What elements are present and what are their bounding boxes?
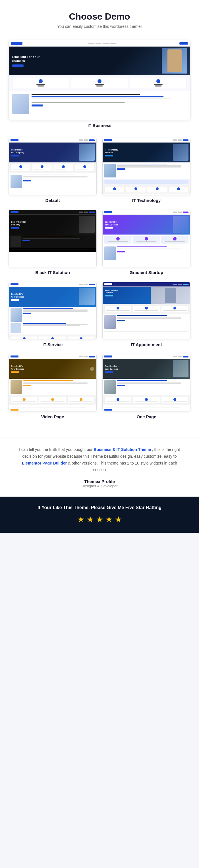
- about-section: [9, 91, 190, 117]
- logo-icon: [10, 139, 19, 141]
- about-image: [12, 94, 29, 114]
- demos-section: Excellent For YourSuccess: [0, 34, 199, 438]
- demo-card-it-business[interactable]: Excellent For YourSuccess: [8, 40, 191, 120]
- demo-label-gradient: Gradient Startup: [102, 270, 191, 276]
- service-card-1: [104, 397, 132, 403]
- theme-link[interactable]: Business & IT Solution Theme: [93, 447, 151, 452]
- nav-cta-button: [183, 212, 189, 213]
- nav-right: [173, 212, 189, 213]
- service-desc: [96, 86, 103, 87]
- hero-section: Excellent ForYour Success: [9, 287, 96, 307]
- demo-item-it-service: Excellent ForYour Success: [8, 282, 97, 348]
- demo-label-it-appointment: IT Appointment: [102, 342, 191, 348]
- demo-item-black-it: Best IT SolutionCompany: [8, 210, 97, 276]
- demo-label-black-it: Black IT Solution: [8, 270, 97, 276]
- about-cta-button: [117, 168, 125, 170]
- nav-links: [25, 43, 179, 44]
- demo-card-it-service[interactable]: Excellent ForYour Success: [8, 282, 97, 339]
- nav-cta-button: [89, 212, 95, 213]
- demos-row-1: IT SolutionsFor Company.: [8, 138, 191, 204]
- hero-heading: Excellent ForYour Success: [105, 221, 118, 226]
- service-icon: [23, 337, 26, 339]
- demo-label-it-service: IT Service: [8, 342, 97, 348]
- services-row: [103, 304, 190, 314]
- nav-cta-button: [183, 140, 189, 141]
- hero-image: [79, 288, 95, 305]
- about-image: [104, 380, 116, 394]
- demo-card-gradient[interactable]: Excellent ForYour Success: [102, 210, 191, 267]
- author-info: Themex Profile Designer & Developer: [17, 479, 182, 488]
- service-card-2: [133, 397, 160, 403]
- hero-image: [173, 360, 189, 377]
- hero-text: Excellent For YourSuccess: [12, 55, 39, 67]
- nav-cta-button: [89, 284, 95, 285]
- featured-demo: Excellent For YourSuccess: [8, 40, 191, 129]
- hero-image: [79, 216, 95, 233]
- page-title: Choose Demo: [6, 11, 193, 22]
- about-section: [103, 162, 190, 179]
- service-card-branding: [12, 78, 69, 88]
- nav-right: [173, 284, 189, 285]
- service-icon: [145, 398, 148, 401]
- demo-label-default: Default: [8, 198, 97, 204]
- star-1: ★: [77, 515, 84, 524]
- demo-card-it-appointment[interactable]: Best IT SolutionCompany: [102, 282, 191, 339]
- nav-cta-button: [89, 356, 95, 358]
- service-icon: [117, 398, 119, 401]
- hero-heading: Best IT SolutionCompany: [11, 221, 26, 226]
- service-card-1: [10, 164, 31, 172]
- demo-label-it-technology: IT Technology: [102, 198, 191, 204]
- about-image-2: [10, 323, 21, 333]
- service-icon: [117, 307, 119, 309]
- hero-image: [173, 216, 189, 233]
- nav-bar: [9, 354, 96, 359]
- demos-row-3: Excellent ForYour Success: [8, 282, 191, 348]
- nav-bar: [9, 138, 96, 143]
- service-icon: [51, 398, 54, 401]
- demo-card-it-technology[interactable]: IT TechnologySolution: [102, 138, 191, 195]
- hero-cta-button: [11, 155, 19, 156]
- service-card-1: [104, 306, 132, 312]
- demo-card-default[interactable]: IT SolutionsFor Company.: [8, 138, 97, 195]
- service-card-3: [53, 164, 73, 172]
- mock-black-it: Best IT SolutionCompany: [9, 210, 96, 267]
- nav-right: [79, 284, 95, 285]
- service-card-247: [130, 78, 187, 88]
- featured-label: IT Business: [8, 123, 191, 129]
- demo-card-one-page[interactable]: Excellent ForYour Success: [102, 354, 191, 411]
- hero-section: IT TechnologySolution: [103, 143, 190, 162]
- bottom-banner: If Your Like This Theme, Please Give Me …: [0, 497, 199, 533]
- service-icon: [41, 165, 44, 168]
- demo-label-one-page: One Page: [102, 414, 191, 421]
- service-card-1: [10, 336, 38, 339]
- cta-button: [23, 240, 30, 241]
- service-card-2: [126, 186, 146, 193]
- nav-right: [79, 212, 95, 213]
- hero-section: Best IT SolutionCompany: [9, 215, 96, 235]
- services-row: [103, 235, 190, 245]
- about-text: [23, 175, 95, 188]
- elementor-link[interactable]: Elementor Page Builder: [22, 461, 67, 465]
- service-card-2: [32, 164, 52, 172]
- about-text: [117, 315, 189, 329]
- page-header: Choose Demo You can easily customize thi…: [0, 0, 199, 34]
- service-icon: [173, 237, 176, 241]
- logo-icon: [11, 42, 23, 45]
- about-text: [23, 308, 95, 322]
- nav-right: [79, 356, 95, 358]
- service-icon: [156, 187, 159, 190]
- about-section-dark: [9, 235, 96, 248]
- about-text: [23, 380, 95, 394]
- branding-icon: [39, 79, 42, 83]
- hero-section: Excellent ForYour Success: [103, 215, 190, 235]
- service-card-3: [67, 397, 95, 403]
- hero-cta-button: [105, 155, 113, 156]
- about-tag: [32, 94, 140, 95]
- service-subtitle: [96, 85, 103, 86]
- demo-card-black-it[interactable]: Best IT SolutionCompany: [8, 210, 97, 267]
- mock-it-appointment: Best IT SolutionCompany: [103, 282, 190, 339]
- about-section-1: [9, 379, 96, 395]
- service-desc: [37, 86, 44, 87]
- service-card-2: [133, 306, 160, 312]
- demo-card-video-page[interactable]: Excellent ForYour Success: [8, 354, 97, 411]
